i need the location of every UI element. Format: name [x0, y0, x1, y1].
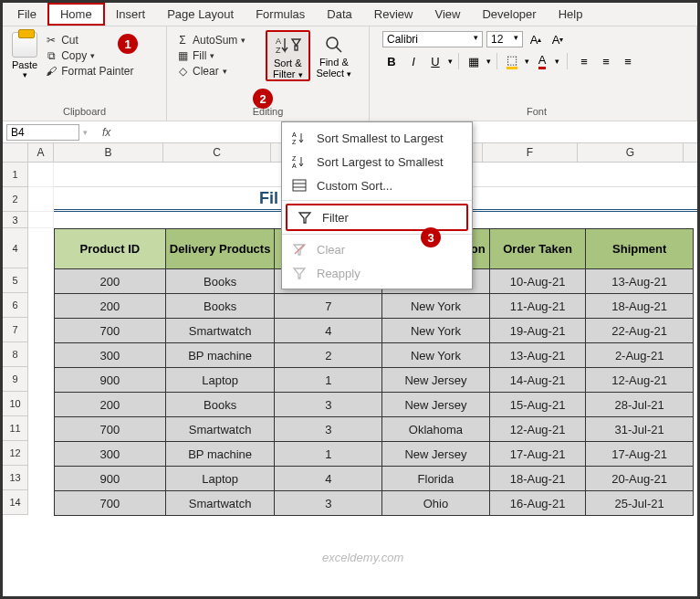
row-header[interactable]: 9 [3, 367, 28, 392]
table-cell[interactable]: 16-Aug-21 [489, 491, 586, 516]
clear-button[interactable]: ◇Clear▾ [176, 65, 264, 78]
row-header[interactable]: 3 [3, 212, 28, 228]
select-all-corner[interactable] [3, 143, 28, 162]
th-product-id[interactable]: Product ID [55, 229, 166, 269]
row-header[interactable]: 10 [3, 392, 28, 416]
menu-file[interactable]: File [6, 5, 47, 24]
table-cell[interactable]: New Jersey [382, 368, 490, 393]
table-cell[interactable]: Laptop [165, 467, 275, 491]
table-cell[interactable]: 22-Aug-21 [586, 319, 694, 343]
table-cell[interactable]: 200 [55, 393, 166, 417]
table-cell[interactable]: 12-Aug-21 [586, 368, 694, 393]
fill-button[interactable]: ▦Fill▾ [176, 49, 264, 62]
row-header[interactable]: 7 [3, 318, 28, 342]
table-cell[interactable]: 3 [275, 417, 382, 442]
th-delivery-products[interactable]: Delivery Products [165, 229, 275, 269]
font-name-select[interactable]: Calibri ▾ [382, 31, 483, 47]
table-cell[interactable]: Oklahoma [382, 417, 490, 442]
menu-data[interactable]: Data [316, 5, 362, 24]
table-cell[interactable]: Smartwatch [165, 417, 275, 442]
table-cell[interactable]: 14-Aug-21 [489, 368, 586, 393]
increase-font-icon[interactable]: A▴ [527, 30, 545, 48]
menu-insert[interactable]: Insert [105, 5, 157, 24]
table-cell[interactable]: 300 [55, 442, 166, 467]
table-cell[interactable]: 3 [275, 393, 382, 417]
table-cell[interactable]: 4 [275, 467, 382, 491]
table-cell[interactable]: 13-Aug-21 [489, 343, 586, 368]
find-select-button[interactable]: Find & Select ▾ [310, 30, 359, 79]
fill-color-button[interactable]: ⬚ [503, 52, 521, 70]
col-header-b[interactable]: B [54, 143, 163, 162]
row-header[interactable]: 12 [3, 441, 28, 466]
dd-filter[interactable]: Filter [286, 204, 468, 231]
row-header[interactable]: 5 [3, 268, 28, 293]
table-cell[interactable]: Books [165, 393, 275, 417]
table-cell[interactable]: 10-Aug-21 [489, 269, 586, 294]
table-cell[interactable]: Florida [382, 467, 490, 491]
align-left-icon[interactable]: ≡ [575, 52, 593, 70]
table-cell[interactable]: BP machine [165, 442, 275, 467]
row-header[interactable]: 2 [3, 187, 28, 212]
table-cell[interactable]: 200 [55, 269, 166, 294]
table-cell[interactable]: 2-Aug-21 [586, 343, 694, 368]
col-header-c[interactable]: C [163, 143, 271, 162]
table-cell[interactable]: 18-Aug-21 [489, 467, 586, 491]
decrease-font-icon[interactable]: A▾ [549, 30, 567, 48]
format-painter-button[interactable]: 🖌Format Painter [45, 65, 133, 78]
table-cell[interactable]: 18-Aug-21 [586, 294, 694, 319]
table-cell[interactable]: 19-Aug-21 [489, 319, 586, 343]
paste-button[interactable]: Paste ▾ [8, 30, 41, 79]
table-cell[interactable]: 11-Aug-21 [489, 294, 586, 319]
menu-review[interactable]: Review [363, 5, 424, 24]
table-cell[interactable]: 13-Aug-21 [586, 269, 694, 294]
dd-custom-sort[interactable]: Custom Sort... [282, 173, 472, 197]
table-cell[interactable]: New York [382, 294, 490, 319]
table-cell[interactable]: 900 [55, 368, 166, 393]
font-color-button[interactable]: A [533, 52, 551, 70]
align-right-icon[interactable]: ≡ [619, 52, 637, 70]
menu-developer[interactable]: Developer [471, 5, 547, 24]
sort-filter-button[interactable]: AZ Sort & Filter ▾ [266, 30, 310, 81]
italic-button[interactable]: I [404, 52, 423, 70]
table-cell[interactable]: 17-Aug-21 [489, 442, 586, 467]
table-cell[interactable]: New York [382, 319, 490, 343]
menu-home[interactable]: Home [47, 3, 105, 26]
table-cell[interactable]: Books [165, 269, 275, 294]
menu-formulas[interactable]: Formulas [245, 5, 316, 24]
name-box[interactable] [6, 124, 79, 141]
border-button[interactable]: ▦ [465, 52, 483, 70]
table-cell[interactable]: 300 [55, 343, 166, 368]
table-cell[interactable]: 900 [55, 467, 166, 491]
row-header[interactable]: 14 [3, 490, 28, 515]
table-cell[interactable]: Books [165, 294, 275, 319]
col-header-g[interactable]: G [578, 143, 684, 162]
dd-sort-smallest[interactable]: AZSort Smallest to Largest [282, 126, 472, 150]
table-cell[interactable]: 3 [275, 491, 382, 516]
dd-sort-largest[interactable]: ZASort Largest to Smallest [282, 150, 472, 173]
row-header[interactable]: 6 [3, 293, 28, 318]
table-cell[interactable]: BP machine [165, 343, 275, 368]
bold-button[interactable]: B [382, 52, 401, 70]
autosum-button[interactable]: ΣAutoSum▾ [176, 34, 264, 47]
table-cell[interactable]: 15-Aug-21 [489, 393, 586, 417]
menu-view[interactable]: View [423, 5, 471, 24]
font-size-select[interactable]: 12 ▾ [486, 31, 523, 47]
th-order-taken[interactable]: Order Taken [489, 229, 586, 269]
table-cell[interactable]: 31-Jul-21 [586, 417, 694, 442]
col-header-a[interactable]: A [28, 143, 54, 162]
menu-help[interactable]: Help [548, 5, 594, 24]
col-header-f[interactable]: F [483, 143, 578, 162]
table-cell[interactable]: 20-Aug-21 [586, 467, 694, 491]
row-header[interactable]: 4 [3, 228, 28, 268]
underline-button[interactable]: U [426, 52, 444, 70]
fx-icon[interactable]: fx [97, 126, 116, 139]
table-cell[interactable]: 25-Jul-21 [586, 491, 694, 516]
row-header[interactable]: 11 [3, 416, 28, 441]
table-cell[interactable]: 700 [55, 319, 166, 343]
row-header[interactable]: 8 [3, 342, 28, 367]
table-cell[interactable]: New York [382, 343, 490, 368]
table-cell[interactable]: Smartwatch [165, 491, 275, 516]
table-cell[interactable]: 700 [55, 491, 166, 516]
table-cell[interactable]: 7 [275, 294, 382, 319]
table-cell[interactable]: Ohio [382, 491, 490, 516]
